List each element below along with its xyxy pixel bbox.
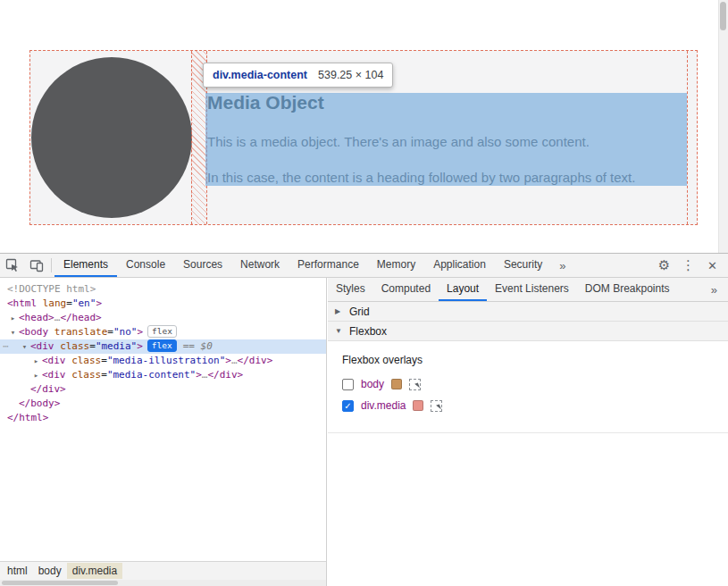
sidebar-tab-computed[interactable]: Computed: [373, 278, 439, 301]
flexbox-section-body: Flexbox overlays body✓div.media: [328, 341, 728, 433]
devtools-tab-strip: ElementsConsoleSourcesNetworkPerformance…: [54, 254, 551, 277]
dom-tree-node[interactable]: ▸<head>…</head>: [0, 311, 326, 325]
settings-gear-icon[interactable]: ⚙: [652, 254, 676, 277]
dom-token: <div: [30, 340, 54, 352]
sidebar-pane: StylesComputedLayoutEvent ListenersDOM B…: [328, 278, 728, 586]
grid-section-header[interactable]: ▶ Grid: [328, 302, 728, 322]
grid-section-label: Grid: [349, 306, 370, 318]
dom-token: =: [89, 340, 96, 352]
flexbox-section-header[interactable]: ▼ Flexbox: [328, 322, 728, 341]
dom-token: </div>: [207, 369, 243, 381]
tab-sources[interactable]: Sources: [174, 254, 231, 277]
chevron-right-icon: ▶: [335, 307, 344, 315]
flex-badge[interactable]: flex: [147, 339, 177, 352]
sidebar-tab-event-listeners[interactable]: Event Listeners: [487, 278, 577, 301]
tab-application[interactable]: Application: [424, 254, 495, 277]
flex-badge[interactable]: flex: [147, 325, 177, 338]
tab-console[interactable]: Console: [117, 254, 174, 277]
inspect-element-icon[interactable]: [0, 254, 24, 277]
tab-elements[interactable]: Elements: [54, 254, 117, 277]
dom-token: </div>: [238, 355, 273, 366]
devtools-toolbar: ElementsConsoleSourcesNetworkPerformance…: [0, 254, 728, 278]
close-devtools-icon[interactable]: ✕: [700, 254, 724, 277]
dom-tree-node[interactable]: <!DOCTYPE html>: [0, 282, 326, 297]
more-sidebar-tabs-chevron-icon[interactable]: »: [700, 283, 728, 297]
dom-tree-node[interactable]: </body>: [0, 397, 326, 411]
device-toolbar-icon[interactable]: [24, 254, 48, 277]
dom-token: [37, 297, 43, 309]
expand-arrow-icon[interactable]: ▾: [19, 339, 30, 354]
tab-network[interactable]: Network: [231, 254, 289, 277]
dom-token: >: [137, 340, 143, 352]
dom-token: translate: [54, 326, 108, 338]
overlay-checkbox[interactable]: [342, 379, 354, 390]
dom-tree-horizontal-scrollbar[interactable]: [0, 580, 326, 586]
dom-token: "media-content": [107, 369, 196, 381]
flexbox-section-label: Flexbox: [349, 325, 387, 338]
show-element-overlay-icon[interactable]: [409, 379, 421, 390]
dom-tree-node[interactable]: <html lang="en">: [0, 297, 326, 311]
dom-token: >: [196, 369, 202, 381]
kebab-menu-icon[interactable]: ⋮: [676, 254, 700, 277]
dom-token: >: [96, 297, 102, 309]
sidebar-tab-strip: StylesComputedLayoutEvent ListenersDOM B…: [328, 278, 728, 302]
overlay-checkbox[interactable]: ✓: [342, 400, 354, 412]
browser-viewport: Media Object This is a media object. The…: [0, 0, 728, 253]
toolbar-right-icons: ⚙ ⋮ ✕: [652, 254, 728, 277]
dom-tree-node[interactable]: ⋯▾<div class="media">flex== $0: [0, 339, 326, 354]
dom-token: <head>: [19, 312, 54, 323]
tab-performance[interactable]: Performance: [289, 254, 368, 277]
dom-token: <html: [7, 297, 37, 309]
page-scrollbar-thumb[interactable]: [720, 2, 726, 30]
dom-token: class: [71, 369, 101, 381]
dom-token: <body: [19, 326, 48, 338]
dom-token: "media": [96, 340, 137, 352]
collapse-arrow-icon[interactable]: ▸: [30, 354, 42, 368]
toolbar-divider: [51, 258, 52, 272]
sidebar-tab-layout[interactable]: Layout: [439, 278, 487, 301]
breadcrumb-div-media[interactable]: div.media: [67, 563, 122, 579]
breadcrumb-body[interactable]: body: [33, 563, 67, 579]
flexbox-overlay-list: body✓div.media: [342, 378, 714, 412]
sidebar-tab-styles[interactable]: Styles: [328, 278, 373, 301]
overlay-element-label[interactable]: div.media: [361, 399, 406, 412]
dom-tree-node[interactable]: </div>: [0, 382, 326, 397]
dom-token: </html>: [7, 412, 48, 423]
page-scrollbar[interactable]: [718, 0, 728, 253]
tab-memory[interactable]: Memory: [368, 254, 424, 277]
flexbox-overlay-row: ✓div.media: [342, 399, 714, 412]
node-menu-dots-icon[interactable]: ⋯: [3, 339, 8, 354]
show-element-overlay-icon[interactable]: [431, 400, 442, 412]
tab-security[interactable]: Security: [495, 254, 551, 277]
dom-token: <div: [42, 355, 66, 366]
collapse-arrow-icon[interactable]: ▸: [7, 311, 19, 325]
dom-tree-node[interactable]: ▸<div class="media-illustration">…</div>: [0, 354, 326, 368]
devtools-panel: ElementsConsoleSourcesNetworkPerformance…: [0, 253, 728, 586]
dom-token: lang: [43, 297, 67, 309]
tooltip-selector: div.media-content: [213, 69, 307, 81]
dom-token: =: [66, 297, 72, 309]
dom-tree-node[interactable]: ▸<div class="media-content">…</div>: [0, 368, 326, 382]
tooltip-dimensions: 539.25 × 104: [318, 69, 383, 81]
sidebar-tab-dom-breakpoints[interactable]: DOM Breakpoints: [577, 278, 678, 301]
breadcrumb: htmlbodydiv.media: [0, 561, 326, 580]
dom-token: </head>: [60, 312, 101, 323]
overlay-color-swatch[interactable]: [413, 400, 423, 411]
dom-token: </body>: [19, 398, 60, 409]
expand-arrow-icon[interactable]: ▾: [7, 325, 19, 339]
inspect-highlight: [205, 93, 687, 186]
dimension-tooltip: div.media-content 539.25 × 104: [203, 63, 393, 88]
dom-tree-scrollbar-thumb[interactable]: [2, 581, 118, 585]
dom-tree-node[interactable]: ▾<body translate="no">flex: [0, 325, 326, 339]
dom-token: >: [225, 355, 231, 366]
collapse-arrow-icon[interactable]: ▸: [30, 368, 42, 382]
dom-tree-node[interactable]: </html>: [0, 411, 326, 425]
dom-token: =: [101, 369, 107, 381]
overlay-color-swatch[interactable]: [391, 379, 402, 389]
media-illustration-circle: [31, 57, 192, 218]
overlay-element-label[interactable]: body: [361, 378, 384, 390]
console-reference: == $0: [183, 340, 213, 352]
breadcrumb-html[interactable]: html: [2, 563, 33, 579]
dom-tree: <!DOCTYPE html><html lang="en">▸<head>…<…: [0, 278, 326, 425]
more-panels-chevron-icon[interactable]: »: [551, 259, 573, 272]
